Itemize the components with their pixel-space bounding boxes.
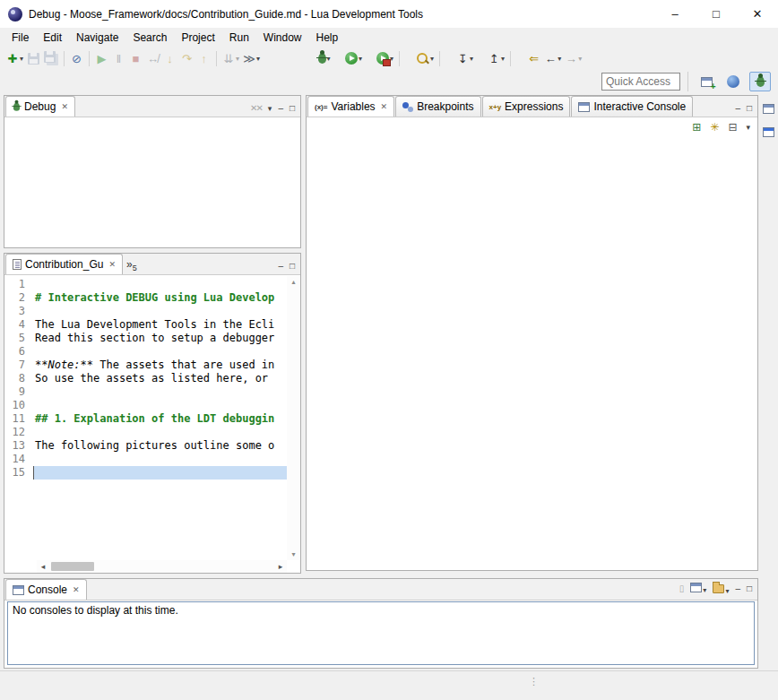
tab-debug[interactable]: Debug ✕ xyxy=(5,96,75,117)
menu-window[interactable]: Window xyxy=(256,30,309,46)
previous-annotation-button[interactable]: ↥ xyxy=(486,49,506,68)
back-button[interactable]: ← xyxy=(542,49,563,68)
collapse-all-button[interactable]: ⊟ xyxy=(728,121,737,134)
editor-line[interactable]: 4The Lua Development Tools in the Ecli xyxy=(4,318,287,332)
line-number[interactable]: 7 xyxy=(4,359,33,372)
line-number[interactable]: 4 xyxy=(4,318,33,332)
suspend-button[interactable]: ‖ xyxy=(110,49,127,68)
skip-all-breakpoints-button[interactable]: ⊘ xyxy=(68,49,85,68)
editor-line[interactable]: 13The following pictures outline some o xyxy=(4,439,287,453)
outline-view-button[interactable] xyxy=(761,124,777,140)
terminate-button[interactable]: ■ xyxy=(127,49,144,68)
menu-search[interactable]: Search xyxy=(125,30,174,46)
use-step-filters-button[interactable]: ≫ xyxy=(241,49,262,68)
console-minimize-button[interactable]: – xyxy=(735,584,740,593)
debug-view-minimize-button[interactable]: – xyxy=(278,104,283,113)
hscroll-thumb[interactable] xyxy=(51,562,94,571)
line-number[interactable]: 12 xyxy=(4,426,33,439)
tab-expressions[interactable]: x+y Expressions xyxy=(482,96,571,117)
line-number[interactable]: 10 xyxy=(4,399,33,412)
step-into-button[interactable]: ↓ xyxy=(161,49,178,68)
scroll-right-icon[interactable]: ▸ xyxy=(274,562,287,571)
line-number[interactable]: 9 xyxy=(4,385,33,399)
save-all-button[interactable] xyxy=(42,49,60,68)
console-content[interactable]: No consoles to display at this time. xyxy=(7,601,755,665)
editor-maximize-button[interactable]: □ xyxy=(290,262,295,271)
tab-variables[interactable]: (x)= Variables ✕ xyxy=(307,96,394,117)
quick-access-input[interactable] xyxy=(601,73,680,91)
tab-console[interactable]: Console ✕ xyxy=(5,579,87,600)
save-button[interactable] xyxy=(25,49,42,68)
line-number[interactable]: 8 xyxy=(4,372,33,385)
console-maximize-button[interactable]: □ xyxy=(747,584,752,593)
line-number[interactable]: 13 xyxy=(4,439,33,453)
menu-edit[interactable]: Edit xyxy=(36,30,69,46)
editor-line[interactable]: 9 xyxy=(4,385,287,399)
maximize-button[interactable]: □ xyxy=(696,0,737,28)
step-return-button[interactable]: ↑ xyxy=(195,49,212,68)
variables-view-content[interactable] xyxy=(307,137,757,570)
tab-debug-close-icon[interactable]: ✕ xyxy=(61,102,68,111)
menu-file[interactable]: File xyxy=(4,30,36,46)
tab-breakpoints[interactable]: Breakpoints xyxy=(395,96,480,117)
run-button[interactable] xyxy=(343,49,364,68)
line-number[interactable]: 2 xyxy=(4,291,33,305)
open-perspective-button[interactable] xyxy=(696,72,717,91)
minimize-button[interactable]: – xyxy=(654,0,696,28)
line-number[interactable]: 11 xyxy=(4,412,33,426)
editor-line[interactable]: 14 xyxy=(4,453,287,466)
scroll-left-icon[interactable]: ◂ xyxy=(37,562,49,571)
editor-line[interactable]: 6 xyxy=(4,345,287,359)
editor-vertical-scrollbar[interactable]: ▴ ▾ xyxy=(287,276,300,560)
tab-console-close-icon[interactable]: ✕ xyxy=(73,585,80,594)
editor-current-line[interactable]: 15 xyxy=(4,466,287,480)
menu-project[interactable]: Project xyxy=(174,30,221,46)
restore-view-button[interactable] xyxy=(761,100,777,117)
drop-to-frame-button[interactable]: ⇊ xyxy=(220,49,241,68)
editor-body[interactable]: 1 2# Interactive DEBUG using Lua Develop… xyxy=(4,276,287,560)
show-logical-structures-button[interactable]: ✳ xyxy=(710,121,719,134)
tab-interactive-console[interactable]: Interactive Console xyxy=(571,96,693,117)
editor-line[interactable]: 10 xyxy=(4,399,287,412)
editor-line[interactable]: 1 xyxy=(4,278,287,291)
scroll-up-icon[interactable]: ▴ xyxy=(291,278,295,286)
pin-console-button[interactable]: ▯ xyxy=(679,584,685,593)
next-annotation-button[interactable]: ↧ xyxy=(454,49,475,68)
show-type-names-button[interactable]: ⊞ xyxy=(692,121,701,134)
disconnect-button[interactable]: ↮ xyxy=(144,49,161,68)
debug-button[interactable] xyxy=(316,49,333,68)
debug-view-maximize-button[interactable]: □ xyxy=(290,104,295,113)
variables-maximize-button[interactable]: □ xyxy=(747,104,752,113)
line-number[interactable]: 3 xyxy=(4,305,33,318)
ldt-perspective-button[interactable] xyxy=(722,72,744,91)
debug-perspective-button[interactable] xyxy=(749,72,771,91)
close-button[interactable]: ✕ xyxy=(737,0,778,28)
remove-all-terminated-button[interactable]: ✕✕ xyxy=(250,104,262,113)
hscroll-track[interactable] xyxy=(49,562,274,571)
tab-contribution-guide-close-icon[interactable]: ✕ xyxy=(108,260,116,269)
tab-contribution-guide[interactable]: Contribution_Gu ✕ xyxy=(5,254,123,274)
editor-line[interactable]: 5Read this section to setup a debugger xyxy=(4,332,287,345)
editor-line[interactable]: 3 xyxy=(4,305,287,318)
resume-button[interactable]: ▶ xyxy=(93,49,110,68)
variables-minimize-button[interactable]: – xyxy=(735,104,740,113)
display-selected-console-button[interactable] xyxy=(690,583,706,595)
tab-variables-close-icon[interactable]: ✕ xyxy=(381,102,388,111)
menu-run[interactable]: Run xyxy=(222,30,256,46)
forward-button[interactable]: → xyxy=(563,49,584,68)
debug-view-menu-icon[interactable]: ▾ xyxy=(268,104,272,113)
menu-navigate[interactable]: Navigate xyxy=(69,30,125,46)
debug-view-content[interactable] xyxy=(4,118,300,247)
status-drag-handle-icon[interactable]: ⋮ xyxy=(529,676,539,687)
menu-help[interactable]: Help xyxy=(309,30,346,46)
editor-minimize-button[interactable]: – xyxy=(278,262,283,271)
editor-line[interactable]: 2# Interactive DEBUG using Lua Develop xyxy=(4,291,287,305)
line-number[interactable]: 6 xyxy=(4,345,33,359)
search-button[interactable] xyxy=(414,49,436,68)
editor-line[interactable]: 8So use the assets as listed here, or xyxy=(4,372,287,385)
new-button[interactable]: ✚ xyxy=(4,49,25,68)
last-edit-location-button[interactable]: ⇐ xyxy=(525,49,542,68)
line-number[interactable]: 15 xyxy=(4,466,33,480)
line-number[interactable]: 14 xyxy=(4,453,33,466)
external-tools-button[interactable] xyxy=(375,49,395,68)
